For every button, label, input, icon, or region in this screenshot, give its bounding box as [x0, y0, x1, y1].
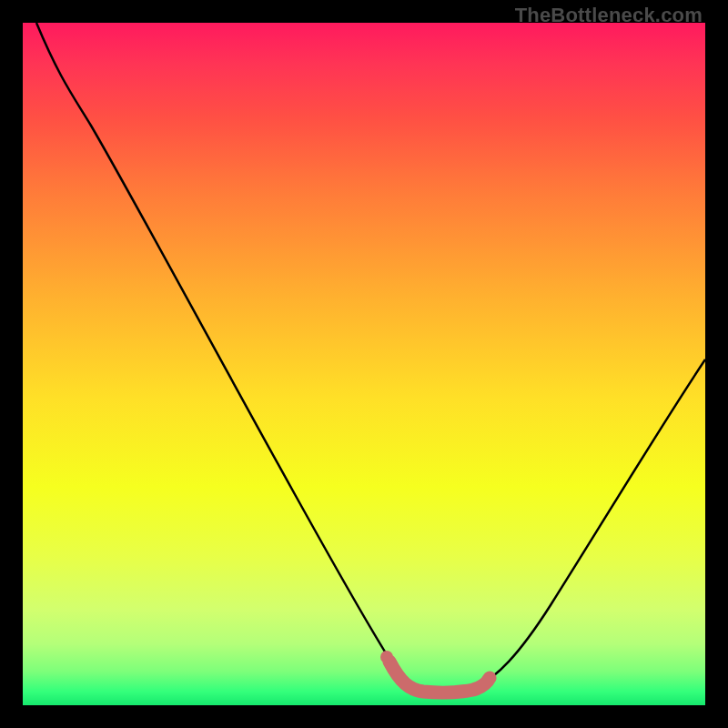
- optimal-band-marker: [389, 662, 490, 693]
- optimal-band-start-dot: [380, 651, 393, 663]
- chart-frame: [23, 23, 705, 705]
- bottleneck-curve: [36, 23, 705, 692]
- attribution-label: TheBottleneck.com: [515, 4, 703, 27]
- chart-overlay: [23, 23, 705, 705]
